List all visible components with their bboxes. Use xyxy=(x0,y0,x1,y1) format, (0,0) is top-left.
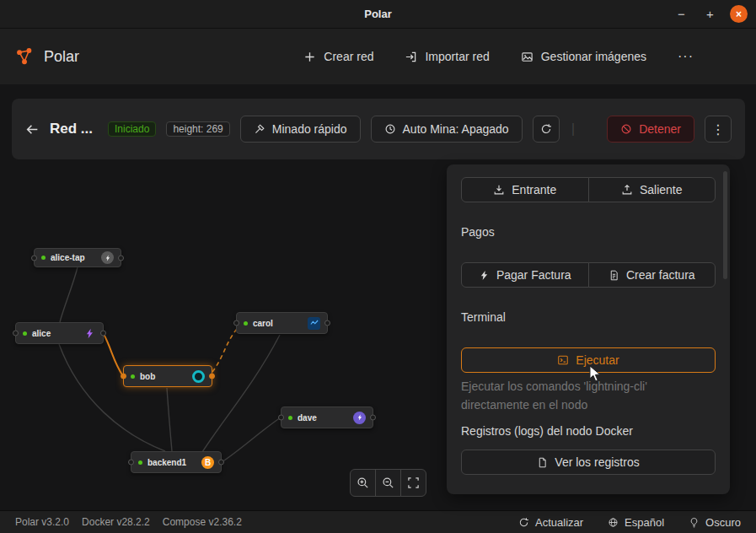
node-port[interactable] xyxy=(128,460,134,466)
close-button[interactable]: × xyxy=(730,5,748,23)
incoming-label: Entrante xyxy=(512,183,556,197)
node-detail-panel: Entrante Saliente Pagos Pagar Factura xyxy=(447,164,730,494)
litd-icon xyxy=(353,412,366,424)
graph-node-carol[interactable]: carol xyxy=(236,312,328,334)
import-network-label: Importar red xyxy=(425,50,489,63)
docker-version: Docker v28.2.2 xyxy=(82,516,150,528)
language-label: Español xyxy=(625,516,664,529)
compose-version: Compose v2.36.2 xyxy=(163,516,242,528)
footer-actions: Actualizar Español Oscuro xyxy=(518,516,741,529)
status-badge: Iniciado xyxy=(108,121,156,137)
network-title: Red ... xyxy=(50,121,93,137)
invoice-buttons: Pagar Factura Crear factura xyxy=(461,262,716,288)
auto-mine-button[interactable]: Auto Mina: Apagado xyxy=(371,116,523,143)
app-name: Polar xyxy=(44,48,79,66)
app-actions: Crear red Importar red Gestionar imágene… xyxy=(303,49,743,64)
bulb-icon xyxy=(689,517,700,528)
node-port[interactable] xyxy=(31,255,37,261)
graph-node-alice[interactable]: alice xyxy=(15,322,104,344)
outgoing-channel-button[interactable]: Saliente xyxy=(588,177,716,202)
upload-icon xyxy=(621,184,633,196)
manage-images-label: Gestionar imágenes xyxy=(541,50,646,63)
create-network-button[interactable]: Crear red xyxy=(303,50,373,63)
node-label: bob xyxy=(140,372,155,381)
eclair-icon xyxy=(308,317,320,330)
node-port[interactable] xyxy=(278,415,284,421)
create-invoice-label: Crear factura xyxy=(626,268,695,282)
theme-label: Oscuro xyxy=(705,516,741,529)
stop-network-button[interactable]: Detener xyxy=(607,116,694,143)
node-label: alice-tap xyxy=(51,253,85,262)
language-button[interactable]: Español xyxy=(608,516,664,529)
node-port[interactable] xyxy=(13,331,19,336)
window-controls: − + × xyxy=(673,0,748,28)
pickaxe-icon xyxy=(254,123,265,135)
stop-network-label: Detener xyxy=(639,122,681,136)
node-port[interactable] xyxy=(218,460,224,466)
main-content: Red ... Iniciado height: 269 Minado rápi… xyxy=(0,84,756,510)
graph-node-dave[interactable]: dave xyxy=(281,406,373,428)
view-logs-label: Ver los registros xyxy=(555,455,639,469)
lightning-icon xyxy=(479,270,490,281)
graph-node-alice-tap[interactable]: alice-tap xyxy=(34,248,121,267)
core-lightning-icon xyxy=(192,370,205,383)
execute-hint: Ejecutar los comandos 'lightning-cli' di… xyxy=(461,378,716,414)
node-port[interactable] xyxy=(233,320,239,326)
polar-logo-icon xyxy=(13,46,35,67)
fit-view-button[interactable] xyxy=(400,469,426,497)
back-button[interactable] xyxy=(25,122,40,137)
node-port[interactable] xyxy=(370,415,376,421)
import-network-button[interactable]: Importar red xyxy=(405,50,489,63)
terminal-icon xyxy=(557,354,569,366)
quick-mine-button[interactable]: Minado rápido xyxy=(240,116,361,143)
graph-node-bob[interactable]: bob xyxy=(123,365,212,387)
import-icon xyxy=(405,51,417,63)
maximize-button[interactable]: + xyxy=(701,5,719,23)
payments-section-title: Pagos xyxy=(461,225,716,239)
node-port[interactable] xyxy=(118,255,124,261)
file-icon xyxy=(537,457,548,468)
panel-scrollbar[interactable] xyxy=(723,171,727,279)
graph-node-backend1[interactable]: backend1 B xyxy=(131,451,222,473)
polar-version: Polar v3.2.0 xyxy=(15,516,69,528)
sync-button[interactable] xyxy=(533,116,560,143)
globe-icon xyxy=(608,517,619,528)
create-network-label: Crear red xyxy=(324,50,373,63)
status-dot xyxy=(138,460,142,465)
status-dot xyxy=(244,321,248,326)
block-height-badge: height: 269 xyxy=(166,121,229,137)
status-dot xyxy=(288,416,292,420)
channel-buttons: Entrante Saliente xyxy=(461,177,716,202)
pay-invoice-button[interactable]: Pagar Factura xyxy=(461,262,589,288)
status-dot xyxy=(41,256,46,260)
node-port[interactable] xyxy=(209,374,215,380)
view-logs-button[interactable]: Ver los registros xyxy=(461,450,716,475)
stop-icon xyxy=(620,123,632,135)
quick-mine-label: Minado rápido xyxy=(272,122,347,136)
network-header: Red ... Iniciado height: 269 Minado rápi… xyxy=(12,99,745,159)
node-port[interactable] xyxy=(324,320,330,326)
logs-section-title: Registros (logs) del nodo Docker xyxy=(461,424,716,438)
execute-button[interactable]: Ejecutar xyxy=(461,347,716,373)
minimize-button[interactable]: − xyxy=(673,5,690,23)
incoming-channel-button[interactable]: Entrante xyxy=(461,177,589,202)
manage-images-button[interactable]: Gestionar imágenes xyxy=(521,50,646,63)
bitcoin-icon: B xyxy=(201,456,214,469)
sync-icon xyxy=(518,517,529,528)
node-port[interactable] xyxy=(100,331,106,336)
plus-icon xyxy=(303,51,316,63)
update-button[interactable]: Actualizar xyxy=(518,516,583,529)
lightning-icon xyxy=(83,327,96,340)
status-dot xyxy=(131,374,135,379)
node-label: alice xyxy=(32,329,51,338)
clock-icon xyxy=(384,123,396,135)
create-invoice-button[interactable]: Crear factura xyxy=(588,262,716,288)
zoom-in-button[interactable] xyxy=(350,469,376,497)
zoom-out-button[interactable] xyxy=(375,469,401,497)
theme-button[interactable]: Oscuro xyxy=(689,516,741,529)
node-port[interactable] xyxy=(121,374,126,380)
auto-mine-label: Auto Mina: Apagado xyxy=(403,122,509,136)
network-more-button[interactable]: ⋮ xyxy=(705,116,732,143)
node-label: carol xyxy=(253,319,273,328)
more-actions-button[interactable]: ··· xyxy=(678,49,694,64)
